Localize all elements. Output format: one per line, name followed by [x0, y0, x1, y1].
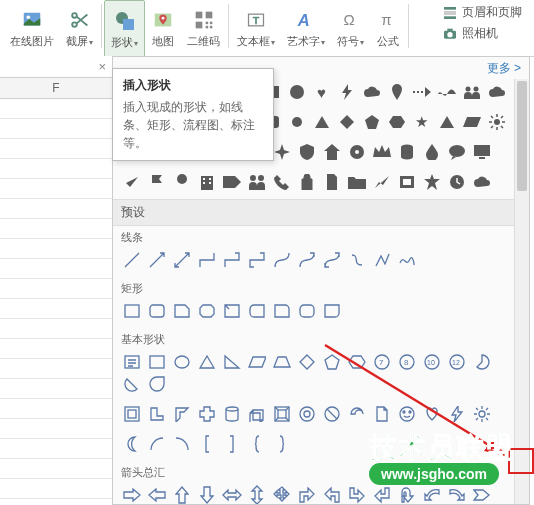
rect-3[interactable] [169, 300, 194, 322]
basic-diamond[interactable] [294, 351, 319, 373]
shapes-button[interactable]: 形状▾ [104, 0, 145, 58]
basic-arc2[interactable] [144, 433, 169, 455]
cell[interactable] [0, 259, 112, 279]
shape-dot[interactable] [284, 111, 309, 133]
basic-hex[interactable] [344, 351, 369, 373]
shape-cloud2[interactable] [484, 81, 509, 103]
arrow-bent3[interactable] [344, 484, 369, 504]
qrcode-button[interactable]: 二维码 [181, 0, 226, 56]
shape-folder[interactable] [344, 171, 369, 193]
basic-corner[interactable] [169, 403, 194, 425]
rect-1[interactable] [119, 300, 144, 322]
shape-building[interactable] [194, 171, 219, 193]
rect-2[interactable] [144, 300, 169, 322]
shape-pin2[interactable] [169, 171, 194, 193]
cell[interactable] [0, 379, 112, 399]
shape-hex[interactable] [384, 111, 409, 133]
shape-star5[interactable]: ★ [409, 111, 434, 133]
basic-bracket2[interactable] [219, 433, 244, 455]
shape-label[interactable] [219, 171, 244, 193]
basic-cube[interactable] [244, 403, 269, 425]
symbol-button[interactable]: Ω 符号▾ [331, 0, 370, 56]
shape-check[interactable] [119, 171, 144, 193]
line-elbow-d[interactable] [244, 249, 269, 271]
basic-donut[interactable] [294, 403, 319, 425]
basic-l[interactable] [144, 403, 169, 425]
line-double[interactable] [169, 249, 194, 271]
basic-bevel[interactable] [269, 403, 294, 425]
line-curve-d[interactable] [319, 249, 344, 271]
scroll-thumb[interactable] [517, 81, 527, 191]
basic-arc[interactable] [344, 403, 369, 425]
cell[interactable] [0, 99, 112, 119]
column-header[interactable]: F [0, 78, 112, 99]
basic-rtri[interactable] [219, 351, 244, 373]
basic-tear[interactable] [144, 373, 169, 395]
arrow-notched[interactable] [469, 484, 494, 504]
scrollbar[interactable] [514, 79, 529, 504]
line-curve[interactable] [269, 249, 294, 271]
shape-monitor[interactable] [469, 141, 494, 163]
basic-frame[interactable] [119, 403, 144, 425]
shape-frame[interactable] [394, 171, 419, 193]
basic-brace2[interactable] [269, 433, 294, 455]
formula-button[interactable]: π 公式 [370, 0, 406, 56]
basic-fold[interactable] [369, 403, 394, 425]
line-elbow-a[interactable] [219, 249, 244, 271]
cell[interactable] [0, 299, 112, 319]
shape-pentagon[interactable] [359, 111, 384, 133]
shape-drop[interactable] [419, 141, 444, 163]
shape-heart[interactable]: ♥ [309, 81, 334, 103]
shape-bolt[interactable] [334, 81, 359, 103]
shape-speech2[interactable] [444, 141, 469, 163]
basic-block[interactable] [319, 403, 344, 425]
line-elbow[interactable] [194, 249, 219, 271]
shape-house[interactable] [319, 141, 344, 163]
basic-bracket1[interactable] [194, 433, 219, 455]
line-free[interactable] [369, 249, 394, 271]
online-picture-button[interactable]: 在线图片 [4, 0, 60, 56]
cell[interactable] [0, 219, 112, 239]
cell[interactable] [0, 439, 112, 459]
basic-8[interactable]: 8 [394, 351, 419, 373]
basic-chord[interactable] [119, 373, 144, 395]
basic-smile[interactable] [394, 403, 419, 425]
cell[interactable] [0, 319, 112, 339]
basic-pent[interactable] [319, 351, 344, 373]
basic-trap[interactable] [269, 351, 294, 373]
shape-parallel[interactable] [459, 111, 484, 133]
shape-group[interactable] [459, 81, 484, 103]
shape-sun[interactable] [484, 111, 509, 133]
textbox-button[interactable]: 文本框▾ [231, 0, 281, 56]
cell[interactable] [0, 399, 112, 419]
basic-brace1[interactable] [244, 433, 269, 455]
shape-crown[interactable] [369, 141, 394, 163]
cell[interactable] [0, 239, 112, 259]
basic-tri[interactable] [194, 351, 219, 373]
basic-cyl[interactable] [219, 403, 244, 425]
cell[interactable] [0, 419, 112, 439]
basic-arc3[interactable] [169, 433, 194, 455]
shape-diamond-s[interactable] [334, 111, 359, 133]
shape-clock[interactable] [444, 171, 469, 193]
header-footer-button[interactable]: 页眉和页脚 [442, 4, 522, 21]
shape-triangle[interactable] [309, 111, 334, 133]
shape-star6[interactable] [419, 171, 444, 193]
arrow-quad[interactable] [269, 484, 294, 504]
line-curve-a[interactable] [294, 249, 319, 271]
basic-oval[interactable] [169, 351, 194, 373]
screenshot-button[interactable]: 截屏▾ [60, 0, 99, 56]
basic-moon[interactable] [119, 433, 144, 455]
basic-12[interactable]: 12 [444, 351, 469, 373]
line-scribble[interactable] [394, 249, 419, 271]
arrow-l[interactable] [144, 484, 169, 504]
arrow-uturn[interactable] [394, 484, 419, 504]
shape-bag[interactable] [294, 171, 319, 193]
arrow-curve-r[interactable] [444, 484, 469, 504]
arrow-u[interactable] [169, 484, 194, 504]
shape-flag[interactable] [144, 171, 169, 193]
arrow-bent2[interactable] [319, 484, 344, 504]
arrow-bent1[interactable] [294, 484, 319, 504]
rect-9[interactable] [319, 300, 344, 322]
cell[interactable] [0, 359, 112, 379]
